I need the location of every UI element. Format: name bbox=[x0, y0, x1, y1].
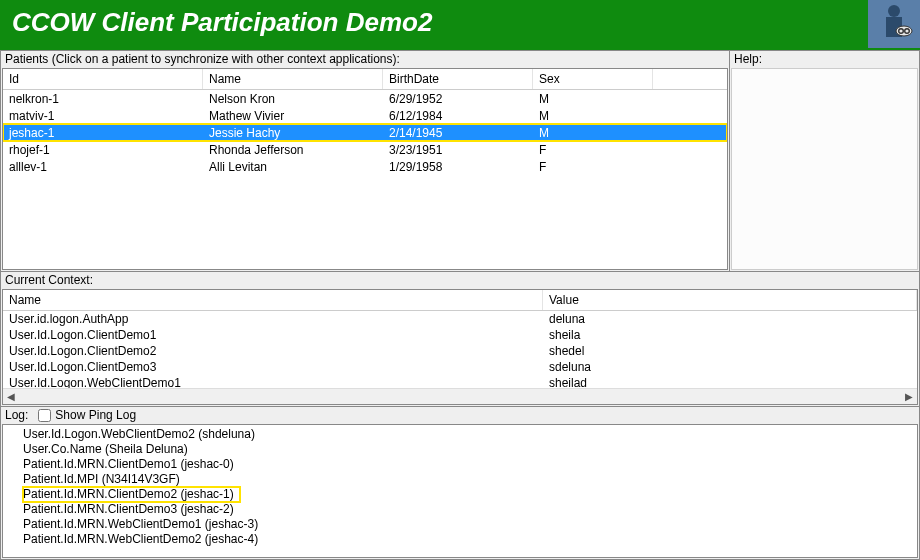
help-content bbox=[731, 68, 918, 270]
cell-ctx-name: User.Id.Logon.ClientDemo1 bbox=[3, 328, 543, 342]
cell-sex: F bbox=[533, 142, 653, 158]
cell-ctx-name: User.Id.Logon.ClientDemo2 bbox=[3, 344, 543, 358]
log-line: Patient.Id.MPI (N34I14V3GF) bbox=[3, 472, 917, 487]
show-ping-log-checkbox[interactable] bbox=[38, 409, 51, 422]
cell-id: rhojef-1 bbox=[3, 142, 203, 158]
log-body[interactable]: User.Id.Logon.WebClientDemo2 (shdeluna)U… bbox=[2, 424, 918, 558]
col-header-ctx-name[interactable]: Name bbox=[3, 290, 543, 310]
patients-label: Patients (Click on a patient to synchron… bbox=[1, 51, 729, 67]
cell-name: Nelson Kron bbox=[203, 91, 383, 107]
table-row[interactable]: rhojef-1Rhonda Jefferson3/23/1951F bbox=[3, 141, 727, 158]
context-grid-body: User.id.logon.AuthAppdelunaUser.Id.Logon… bbox=[3, 311, 917, 388]
cell-birthdate: 3/23/1951 bbox=[383, 142, 533, 158]
cell-ctx-name: User.Id.Logon.ClientDemo3 bbox=[3, 360, 543, 374]
log-label: Log: bbox=[5, 408, 28, 422]
cell-id: nelkron-1 bbox=[3, 91, 203, 107]
title-bar: CCOW Client Participation Demo2 bbox=[0, 0, 920, 50]
show-ping-log-label[interactable]: Show Ping Log bbox=[38, 408, 136, 422]
log-line: User.Id.Logon.WebClientDemo2 (shdeluna) bbox=[3, 427, 917, 442]
cell-name: Mathew Vivier bbox=[203, 108, 383, 124]
cell-id: jeshac-1 bbox=[3, 125, 203, 141]
table-row[interactable]: User.Id.Logon.ClientDemo1sheila bbox=[3, 327, 917, 343]
cell-birthdate: 1/29/1958 bbox=[383, 159, 533, 175]
table-row[interactable]: User.Id.Logon.ClientDemo2shedel bbox=[3, 343, 917, 359]
log-line: Patient.Id.MRN.WebClientDemo2 (jeshac-4) bbox=[3, 532, 917, 547]
table-row[interactable]: matviv-1Mathew Vivier6/12/1984M bbox=[3, 107, 727, 124]
log-line: Patient.Id.MRN.WebClientDemo1 (jeshac-3) bbox=[3, 517, 917, 532]
log-header: Log: Show Ping Log bbox=[1, 407, 919, 423]
cell-sex: F bbox=[533, 159, 653, 175]
scroll-left-icon[interactable]: ◀ bbox=[3, 389, 19, 405]
context-grid[interactable]: Name Value User.id.logon.AuthAppdelunaUs… bbox=[2, 289, 918, 405]
cell-sex: M bbox=[533, 91, 653, 107]
cell-name: Jessie Hachy bbox=[203, 125, 383, 141]
patients-grid[interactable]: Id Name BirthDate Sex nelkron-1Nelson Kr… bbox=[2, 68, 728, 270]
table-row[interactable]: nelkron-1Nelson Kron6/29/1952M bbox=[3, 90, 727, 107]
table-row[interactable]: User.id.logon.AuthAppdeluna bbox=[3, 311, 917, 327]
table-row[interactable]: alllev-1Alli Levitan1/29/1958F bbox=[3, 158, 727, 175]
show-ping-log-text: Show Ping Log bbox=[55, 408, 136, 422]
cell-ctx-name: User.Id.Logon.WebClientDemo1 bbox=[3, 376, 543, 388]
cell-ctx-name: User.id.logon.AuthApp bbox=[3, 312, 543, 326]
help-label: Help: bbox=[730, 51, 919, 67]
col-header-birthdate[interactable]: BirthDate bbox=[383, 69, 533, 89]
table-row[interactable]: User.Id.Logon.WebClientDemo1sheilad bbox=[3, 375, 917, 388]
cell-birthdate: 2/14/1945 bbox=[383, 125, 533, 141]
cell-ctx-value: sdeluna bbox=[543, 360, 917, 374]
patients-pane: Patients (Click on a patient to synchron… bbox=[0, 50, 730, 272]
cell-id: matviv-1 bbox=[3, 108, 203, 124]
context-label: Current Context: bbox=[1, 272, 919, 288]
context-grid-header[interactable]: Name Value bbox=[3, 290, 917, 311]
cell-sex: M bbox=[533, 125, 653, 141]
cell-id: alllev-1 bbox=[3, 159, 203, 175]
cell-sex: M bbox=[533, 108, 653, 124]
link-status-icon[interactable] bbox=[868, 0, 920, 48]
app-title: CCOW Client Participation Demo2 bbox=[12, 7, 432, 38]
log-line: User.Co.Name (Sheila Deluna) bbox=[3, 442, 917, 457]
cell-ctx-value: sheila bbox=[543, 328, 917, 342]
log-line: Patient.Id.MRN.ClientDemo2 (jeshac-1) bbox=[23, 487, 240, 502]
context-pane: Current Context: Name Value User.id.logo… bbox=[0, 272, 920, 407]
col-header-name[interactable]: Name bbox=[203, 69, 383, 89]
context-hscrollbar[interactable]: ◀ ▶ bbox=[3, 388, 917, 404]
log-line: Patient.Id.MRN.ClientDemo3 (jeshac-2) bbox=[3, 502, 917, 517]
col-header-id[interactable]: Id bbox=[3, 69, 203, 89]
cell-ctx-value: deluna bbox=[543, 312, 917, 326]
scroll-right-icon[interactable]: ▶ bbox=[901, 389, 917, 405]
log-pane: Log: Show Ping Log User.Id.Logon.WebClie… bbox=[0, 407, 920, 560]
table-row[interactable]: jeshac-1Jessie Hachy2/14/1945M bbox=[3, 124, 727, 141]
cell-birthdate: 6/29/1952 bbox=[383, 91, 533, 107]
cell-ctx-value: sheilad bbox=[543, 376, 917, 388]
table-row[interactable]: User.Id.Logon.ClientDemo3sdeluna bbox=[3, 359, 917, 375]
patients-grid-body: nelkron-1Nelson Kron6/29/1952Mmatviv-1Ma… bbox=[3, 90, 727, 175]
upper-panes: Patients (Click on a patient to synchron… bbox=[0, 50, 920, 272]
cell-birthdate: 6/12/1984 bbox=[383, 108, 533, 124]
patients-grid-header[interactable]: Id Name BirthDate Sex bbox=[3, 69, 727, 90]
col-header-sex[interactable]: Sex bbox=[533, 69, 653, 89]
svg-point-1 bbox=[888, 5, 900, 17]
log-line: Patient.Id.MRN.ClientDemo1 (jeshac-0) bbox=[3, 457, 917, 472]
cell-ctx-value: shedel bbox=[543, 344, 917, 358]
cell-name: Alli Levitan bbox=[203, 159, 383, 175]
help-pane: Help: bbox=[730, 50, 920, 272]
col-header-ctx-value[interactable]: Value bbox=[543, 290, 917, 310]
cell-name: Rhonda Jefferson bbox=[203, 142, 383, 158]
